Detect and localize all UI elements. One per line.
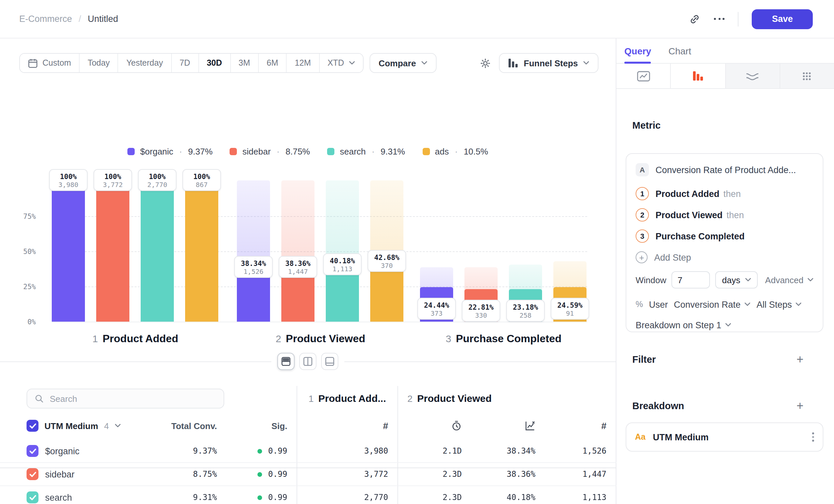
- table-row[interactable]: $organic9.37%0.993,9802.1D38.34%1,526: [0, 440, 616, 463]
- add-breakdown-button[interactable]: +: [796, 400, 804, 412]
- sig-cell: 0.99: [258, 440, 287, 462]
- step2-time-column-header[interactable]: [451, 413, 462, 438]
- topbar: E-Commerce / Untitled Save: [0, 0, 834, 39]
- funnel-step-3[interactable]: 3 Purchase Completed: [636, 226, 813, 247]
- x-axis-baseline: [52, 322, 587, 322]
- layout-toggle-split-vertical[interactable]: [299, 353, 316, 370]
- tab-query[interactable]: Query: [624, 39, 651, 63]
- table-row[interactable]: sidebar8.75%0.993,7722.3D38.36%1,447: [0, 463, 616, 486]
- funnel-step-2[interactable]: 2 Product Viewedthen: [636, 204, 813, 226]
- table-group-header-step1[interactable]: 1Product Add...: [309, 393, 386, 404]
- layout-toggle-panel-bottom[interactable]: [321, 353, 338, 370]
- percent-icon: %: [636, 300, 643, 309]
- metric-header[interactable]: A Conversion Rate of Product Adde...: [636, 162, 813, 178]
- window-unit-label: days: [722, 275, 741, 285]
- total-conv-cell: 8.75%: [193, 463, 217, 485]
- step2-count-cell: 1,526: [583, 440, 607, 462]
- breakdown-property-card[interactable]: Aa UTM Medium: [626, 422, 824, 452]
- add-step-button[interactable]: + Add Step: [636, 247, 813, 268]
- save-button[interactable]: Save: [752, 9, 813, 29]
- add-filter-button[interactable]: +: [796, 353, 804, 365]
- topbar-divider: [738, 12, 739, 26]
- y-axis-tick: 0%: [7, 318, 36, 326]
- step-suffix: then: [726, 210, 744, 220]
- retention-chart-icon: [746, 71, 759, 81]
- query-panel: Query Chart: [616, 39, 834, 504]
- row-checkbox[interactable]: [26, 445, 39, 457]
- row-name-cell: $organic: [26, 440, 80, 462]
- table-row[interactable]: search9.31%0.992,7702.3D40.18%1,113: [0, 486, 616, 504]
- breakdown-table: 1Product Add... 2Product Viewed UTM Medi…: [0, 384, 616, 504]
- breakdown-column-header[interactable]: UTM Medium 4: [26, 413, 121, 438]
- column-label: Total Conv.: [171, 421, 217, 431]
- total-conv-cell: 9.37%: [193, 440, 217, 462]
- layout-toggle-split-horizontal[interactable]: [277, 353, 294, 370]
- row-checkbox[interactable]: [26, 491, 39, 503]
- step2-conv-column-header[interactable]: [525, 413, 535, 438]
- row-name-cell: sidebar: [26, 463, 75, 485]
- total-conv-column-header[interactable]: Total Conv.: [171, 413, 217, 438]
- window-unit-select[interactable]: days: [716, 271, 758, 289]
- kebab-menu-icon[interactable]: [812, 433, 814, 442]
- stopwatch-icon: [451, 420, 462, 431]
- sig-column-header[interactable]: Sig.: [271, 413, 287, 438]
- bar-value-label: 38.36%1,447: [279, 256, 317, 278]
- group-step-number: 1: [309, 393, 314, 404]
- table-search[interactable]: [26, 389, 224, 409]
- select-all-checkbox[interactable]: [26, 420, 39, 432]
- layout-toggles: [271, 353, 344, 370]
- breakdown-section: Breakdown +: [632, 399, 822, 412]
- chevron-down-icon: [796, 302, 802, 306]
- row-label: search: [45, 492, 72, 502]
- total-conv-cell: 9.31%: [193, 486, 217, 504]
- funnel-bar-ads-step1[interactable]: [185, 180, 218, 322]
- measure-scope-select[interactable]: All Steps: [756, 299, 802, 310]
- breakdown-section-label: Breakdown: [632, 400, 684, 411]
- breadcrumb-separator: /: [79, 14, 81, 24]
- table-subheader: UTM Medium 4 Total Conv. Sig. #: [0, 413, 616, 438]
- breakdown-on-step-select[interactable]: Breakdown on Step 1: [636, 318, 813, 331]
- row-label: sidebar: [45, 469, 75, 479]
- split-vertical-icon: [303, 357, 312, 366]
- search-input[interactable]: [50, 394, 216, 404]
- funnel-step-1[interactable]: 1 Product Addedthen: [636, 183, 813, 204]
- chart-type-retention[interactable]: [726, 64, 780, 88]
- search-icon: [35, 394, 44, 403]
- more-options-button[interactable]: [714, 18, 725, 20]
- breadcrumb-title[interactable]: Untitled: [88, 14, 118, 24]
- breakdown-column-label: UTM Medium: [44, 421, 98, 431]
- step2-time-cell: 2.3D: [442, 463, 462, 485]
- metric-title: Conversion Rate of Product Adde...: [656, 165, 796, 175]
- breakdown-on-label: Breakdown on Step 1: [636, 320, 721, 330]
- step2-count-column-header[interactable]: #: [601, 413, 607, 438]
- table-group-header-step2[interactable]: 2Product Viewed: [408, 393, 492, 404]
- group-step-number: 2: [408, 393, 413, 404]
- chart-type-grid[interactable]: [780, 64, 834, 88]
- share-link-button[interactable]: [689, 13, 701, 25]
- chart-type-line[interactable]: [616, 64, 671, 88]
- tab-chart[interactable]: Chart: [668, 39, 691, 63]
- step-number-badge: 2: [636, 208, 649, 222]
- row-label: $organic: [45, 446, 80, 456]
- funnel-bar-sidebar-step1[interactable]: [96, 180, 129, 322]
- advanced-toggle[interactable]: Advanced: [765, 275, 813, 285]
- funnel-bar-$organic-step1[interactable]: [52, 180, 85, 322]
- measure-metric-select[interactable]: Conversion Rate: [674, 299, 750, 310]
- link-icon: [689, 13, 701, 25]
- step-axis-label-1: 1Product Added: [52, 333, 219, 345]
- funnel-bar-search-step1[interactable]: [141, 180, 174, 322]
- chart-type-funnel[interactable]: [671, 64, 726, 88]
- conversion-window-row: Window days Advanced: [636, 271, 813, 289]
- dots-grid-icon: [803, 71, 812, 81]
- breadcrumb-project[interactable]: E-Commerce: [19, 14, 72, 24]
- bar-value-label: 100%867: [182, 169, 221, 191]
- bar-value-label: 100%3,980: [49, 169, 88, 191]
- main-area: Custom Today Yesterday 7D 30D 3M 6M 12M …: [0, 39, 616, 504]
- row-checkbox[interactable]: [26, 468, 39, 480]
- step-name: Purchase Completed: [656, 231, 745, 242]
- step2-count-cell: 1,113: [583, 486, 607, 504]
- step-name: Product Viewed: [656, 210, 723, 220]
- step1-count-column-header[interactable]: #: [383, 413, 388, 438]
- window-value-input[interactable]: [672, 271, 710, 289]
- measure-user-label[interactable]: User: [649, 299, 668, 310]
